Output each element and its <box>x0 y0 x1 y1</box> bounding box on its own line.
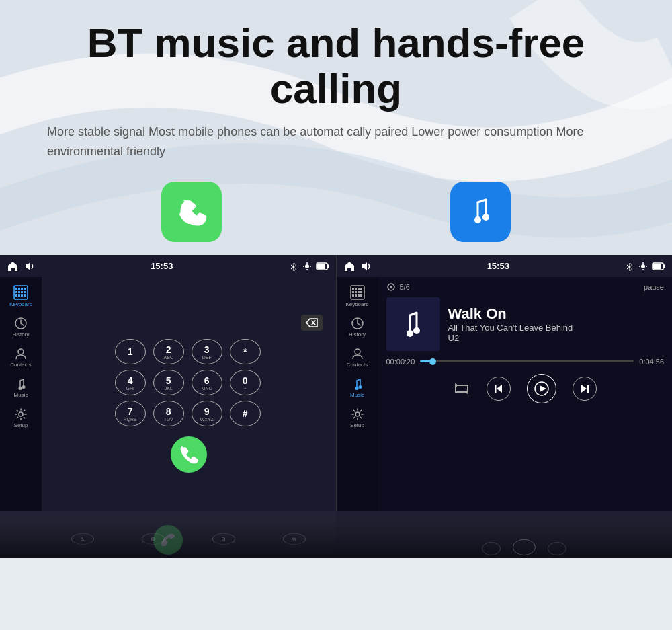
svg-marker-63 <box>581 385 587 393</box>
svg-point-28 <box>19 412 23 416</box>
svg-rect-64 <box>587 385 589 393</box>
track-title: Walk On <box>448 305 573 323</box>
svg-rect-40 <box>358 288 360 290</box>
key-8[interactable]: 8 TUV <box>153 401 184 426</box>
phone-screen-body: Keyboard History Con <box>0 277 336 511</box>
setup-label-left: Setup <box>14 422 28 428</box>
sidebar-item-contacts-left[interactable]: Contacts <box>0 343 42 372</box>
time-total: 0:04:56 <box>639 358 664 366</box>
svg-rect-14 <box>21 288 23 290</box>
backspace-button[interactable] <box>301 315 323 331</box>
music-label-right: Music <box>350 392 364 398</box>
key-star[interactable]: * <box>230 339 261 364</box>
svg-point-56 <box>390 286 392 288</box>
setup-label-right: Setup <box>350 422 364 428</box>
time-right: 15:53 <box>487 261 509 271</box>
refl-left: 7 8 9 # <box>0 511 336 558</box>
keypad: 1 2 ABC 3 DEF * <box>115 339 263 426</box>
contacts-label-left: Contacts <box>10 362 32 368</box>
svg-rect-41 <box>360 288 362 290</box>
time-current: 00:00:20 <box>386 358 415 366</box>
key-6[interactable]: 6 MNO <box>192 370 222 395</box>
svg-rect-48 <box>358 294 360 297</box>
key-2[interactable]: 2 ABC <box>153 339 184 364</box>
play-pause-button[interactable] <box>527 374 556 403</box>
music-icon-right <box>351 377 364 391</box>
keyboard-icon-right <box>350 285 365 300</box>
track-info: Walk On All That You Can't Leave Behind … <box>386 297 665 351</box>
svg-point-51 <box>355 349 360 354</box>
setup-icon-left <box>14 407 28 421</box>
key-9[interactable]: 9 WXYZ <box>192 401 222 426</box>
previous-button[interactable] <box>487 377 511 401</box>
svg-rect-15 <box>15 291 17 293</box>
sidebar-item-setup-right[interactable]: Setup <box>337 403 378 432</box>
svg-point-27 <box>19 387 22 390</box>
reflection-strip: 7 8 9 # <box>0 511 672 558</box>
volume-icon-right[interactable] <box>361 261 372 272</box>
svg-rect-35 <box>663 264 665 268</box>
phone-screen: 15:53 <box>0 255 337 511</box>
sidebar-item-setup-left[interactable]: Setup <box>0 403 42 432</box>
music-screen: 15:53 <box>337 255 673 511</box>
sidebar-item-contacts-right[interactable]: Contacts <box>337 343 378 372</box>
svg-point-25 <box>18 349 24 354</box>
sidebar-item-keyboard-left[interactable]: Keyboard <box>0 281 42 311</box>
track-artist: U2 <box>448 333 573 343</box>
svg-rect-45 <box>360 291 362 293</box>
playback-controls <box>386 374 665 403</box>
refl-right <box>336 511 672 558</box>
phone-app-icon[interactable] <box>161 182 222 242</box>
sidebar-item-music-left[interactable]: Music <box>0 373 42 402</box>
home-icon-left[interactable] <box>7 260 19 272</box>
svg-point-54 <box>355 412 360 416</box>
key-1[interactable]: 1 <box>115 339 146 364</box>
call-icon <box>179 445 198 464</box>
key-4[interactable]: 4 GHI <box>115 370 146 395</box>
page-title: BT music and hands-free calling <box>40 20 632 112</box>
key-hash[interactable]: # <box>230 401 261 426</box>
svg-rect-39 <box>355 288 357 290</box>
history-icon-left <box>14 317 28 330</box>
contacts-label-right: Contacts <box>347 362 368 368</box>
progress-dot <box>429 358 436 365</box>
svg-rect-19 <box>18 294 20 297</box>
music-screen-body: Keyboard History Con <box>337 277 673 511</box>
svg-rect-22 <box>24 291 26 293</box>
contacts-icon-left <box>14 347 28 360</box>
music-label-left: Music <box>14 392 28 398</box>
next-button[interactable] <box>573 377 597 401</box>
status-bar-left: 15:53 <box>0 255 336 277</box>
repeat-icon <box>453 380 470 397</box>
svg-rect-21 <box>24 288 26 290</box>
sidebar-item-music-right[interactable]: Music <box>337 373 378 402</box>
progress-bar[interactable] <box>420 360 634 362</box>
key-0[interactable]: 0 + <box>230 370 261 395</box>
svg-rect-49 <box>360 294 362 297</box>
svg-rect-60 <box>495 385 497 393</box>
dial-display <box>48 315 329 331</box>
volume-icon-left[interactable] <box>24 261 35 272</box>
call-button[interactable] <box>171 436 207 473</box>
repeat-button[interactable] <box>453 380 470 397</box>
brightness-icon-right <box>638 262 648 271</box>
svg-rect-17 <box>21 291 23 293</box>
key-5[interactable]: 5 JKL <box>153 370 184 395</box>
svg-rect-10 <box>317 264 325 269</box>
sidebar-item-history-left[interactable]: History <box>0 313 42 342</box>
home-icon-right[interactable] <box>343 260 355 272</box>
sidebar-right: Keyboard History Con <box>337 277 378 511</box>
sidebar-item-keyboard-right[interactable]: Keyboard <box>337 281 378 311</box>
pause-label[interactable]: pause <box>644 283 664 291</box>
page-subtitle: More stable signal Most mobile phones ca… <box>47 122 625 161</box>
keyboard-icon-left <box>13 285 28 300</box>
keyboard-label-left: Keyboard <box>9 301 32 307</box>
sidebar-item-history-right[interactable]: History <box>337 313 378 342</box>
svg-rect-36 <box>653 264 661 269</box>
svg-rect-13 <box>18 288 20 290</box>
key-3[interactable]: 3 DEF <box>192 339 222 364</box>
svg-point-3 <box>305 264 309 268</box>
key-7[interactable]: 7 PQRS <box>115 401 146 426</box>
music-app-icon[interactable] <box>450 182 511 242</box>
progress-area: 00:00:20 0:04:56 <box>386 358 665 366</box>
